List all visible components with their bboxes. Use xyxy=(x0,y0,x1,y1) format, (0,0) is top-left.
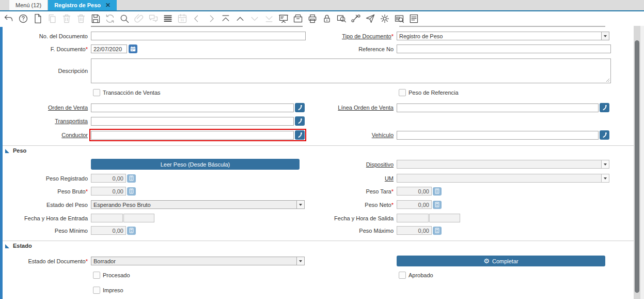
fecha-entrada-label: Fecha y Hora de Entrada xyxy=(0,215,91,221)
orden-venta-input[interactable] xyxy=(91,103,294,112)
section-divider xyxy=(3,145,634,146)
aprobado-label: Aprobado xyxy=(409,272,433,278)
transportista-label[interactable]: Transportista xyxy=(55,118,88,124)
um-label[interactable]: UM xyxy=(385,175,394,182)
estado-documento-combobox[interactable]: Borrador xyxy=(91,257,305,265)
vehiculo-label[interactable]: Vehículo xyxy=(372,132,394,138)
tab-bar: Menú (12) Registro de Peso ✕ xyxy=(0,0,644,10)
conductor-label[interactable]: Conductor xyxy=(61,132,88,138)
report-icon[interactable] xyxy=(278,13,289,24)
f-documento-input[interactable] xyxy=(91,44,127,53)
vehiculo-lookup-button[interactable] xyxy=(600,130,609,140)
peso-minimo-input xyxy=(91,226,126,235)
peso-tara-input xyxy=(397,187,432,196)
parent-record-icon[interactable] xyxy=(234,13,245,24)
tab-menu[interactable]: Menú (12) xyxy=(9,0,48,10)
gear-icon: ⚙ xyxy=(483,258,490,264)
completar-button[interactable]: ⚙ Completar xyxy=(397,256,605,266)
dispositivo-dropdown-button[interactable] xyxy=(601,160,609,168)
leer-peso-button[interactable]: Leer Peso (Desde Báscula) xyxy=(91,159,300,170)
linea-orden-venta-lookup-button[interactable] xyxy=(600,103,609,112)
svg-text:31: 31 xyxy=(180,18,184,22)
cutoff-field-border-right xyxy=(399,26,605,27)
previous-record-icon xyxy=(191,13,202,24)
conductor-input[interactable] xyxy=(91,131,294,140)
calendar-picker-button[interactable] xyxy=(129,44,137,53)
dispositivo-label[interactable]: Dispositivo xyxy=(366,161,394,168)
estado-peso-value: Esperando Peso Bruto xyxy=(91,201,296,208)
help-icon[interactable] xyxy=(18,13,28,24)
peso-neto-input xyxy=(397,200,432,209)
peso-tara-label: Peso Tara xyxy=(366,188,391,195)
no-documento-input[interactable] xyxy=(91,32,306,40)
linea-orden-venta-label[interactable]: Línea Orden de Venta xyxy=(338,104,394,111)
peso-maximo-calculator-button xyxy=(433,227,442,235)
peso-bruto-label: Peso Bruto xyxy=(57,188,85,195)
fecha-entrada-date-input xyxy=(91,214,123,222)
tipo-documento-combobox[interactable]: Registro de Peso xyxy=(397,32,609,40)
delete-selection-icon xyxy=(75,13,86,24)
tab-registro-de-peso[interactable]: Registro de Peso ✕ xyxy=(48,0,117,10)
search-icon xyxy=(602,132,608,138)
right-gutter xyxy=(640,26,644,299)
peso-registrado-calculator-button xyxy=(127,174,136,183)
print-icon[interactable] xyxy=(307,13,318,24)
reference-no-input[interactable] xyxy=(397,44,611,53)
new-record-icon[interactable] xyxy=(32,13,43,24)
zoom-across-icon[interactable] xyxy=(336,13,347,24)
find-icon[interactable] xyxy=(119,13,130,24)
chevron-down-icon xyxy=(604,35,607,37)
undo-icon[interactable] xyxy=(3,13,14,24)
tipo-documento-label[interactable]: Tipo de Documento xyxy=(342,33,391,39)
send-mail-icon[interactable] xyxy=(365,13,375,24)
grid-toggle-icon[interactable] xyxy=(162,13,173,24)
orden-venta-lookup-button[interactable] xyxy=(295,103,305,112)
descripcion-textarea[interactable] xyxy=(91,58,611,83)
transaccion-ventas-checkbox[interactable] xyxy=(93,89,100,96)
vehiculo-input[interactable] xyxy=(397,131,599,140)
peso-referencia-checkbox[interactable] xyxy=(399,89,406,96)
peso-section-title: Peso xyxy=(13,147,26,154)
chevron-down-icon xyxy=(299,260,302,262)
transportista-lookup-button[interactable] xyxy=(295,116,305,126)
archive-icon[interactable] xyxy=(292,13,303,24)
peso-registrado-input xyxy=(91,174,126,183)
estado-peso-combobox[interactable]: Esperando Peso Bruto xyxy=(91,200,305,209)
search-icon xyxy=(297,132,303,138)
um-dropdown-button[interactable] xyxy=(601,174,609,182)
vertical-scrollbar[interactable] xyxy=(634,26,640,299)
calculator-icon xyxy=(129,228,134,233)
report-window-icon[interactable] xyxy=(408,13,419,24)
impreso-checkbox[interactable] xyxy=(93,287,100,294)
first-record-icon[interactable] xyxy=(220,13,231,24)
transportista-input[interactable] xyxy=(91,117,294,126)
estado-documento-dropdown-button[interactable] xyxy=(296,257,304,265)
peso-neto-calculator-button xyxy=(433,201,442,209)
close-tab-icon[interactable]: ✕ xyxy=(105,2,111,8)
peso-section-header[interactable]: Peso xyxy=(5,147,26,154)
tipo-documento-dropdown-button[interactable] xyxy=(601,32,609,40)
workflow-icon[interactable] xyxy=(350,13,361,24)
linea-orden-venta-input[interactable] xyxy=(397,103,599,112)
product-info-icon[interactable] xyxy=(394,13,404,24)
attachment-icon xyxy=(133,13,144,24)
orden-venta-label[interactable]: Orden de Venta xyxy=(48,104,88,111)
aprobado-checkbox[interactable] xyxy=(399,272,406,279)
procesado-checkbox[interactable] xyxy=(93,272,100,279)
tab-registro-label: Registro de Peso xyxy=(54,2,101,8)
collapse-triangle-icon xyxy=(5,149,9,153)
lock-icon[interactable] xyxy=(321,13,332,24)
chevron-down-icon xyxy=(604,163,607,166)
estado-peso-dropdown-button[interactable] xyxy=(296,201,304,208)
estado-peso-label: Estado del Peso xyxy=(0,202,91,208)
scrollbar-thumb[interactable] xyxy=(635,40,639,293)
estado-section-header[interactable]: Estado xyxy=(5,243,32,249)
peso-tara-calculator-button xyxy=(433,187,442,196)
resize-grip-icon[interactable] xyxy=(605,78,610,82)
conductor-lookup-button[interactable] xyxy=(295,130,305,140)
collapse-triangle-icon xyxy=(5,244,9,248)
preferences-icon[interactable] xyxy=(379,13,390,24)
transaccion-ventas-label: Transacción de Ventas xyxy=(103,89,161,96)
save-icon[interactable] xyxy=(90,13,101,24)
descripcion-label: Descripción xyxy=(0,68,91,74)
